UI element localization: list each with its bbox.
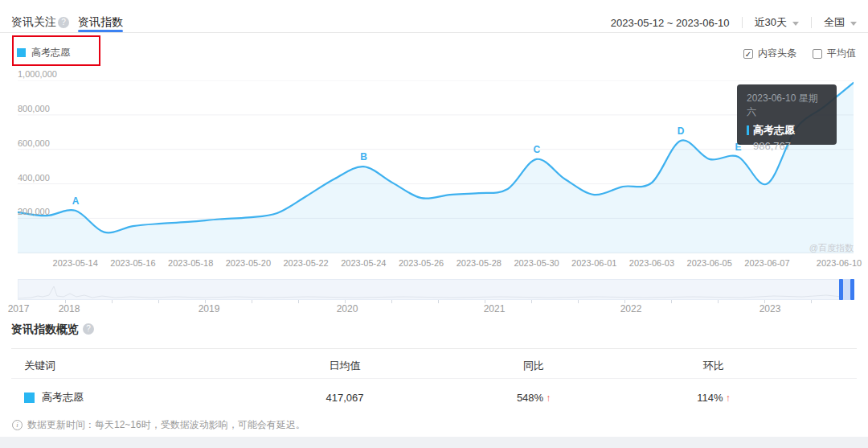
timeline-tick [438,300,439,303]
timeline-tick [158,300,159,303]
tooltip-series-bar [747,125,749,135]
area-fill [18,83,854,253]
point-label-B: B [360,151,367,162]
chart-options: ✓内容头条平均值 [743,47,856,60]
x-axis-label: 2023-05-16 [110,258,155,268]
column-header-yoy: 同比 [413,359,654,373]
info-icon: i [12,420,23,430]
avg-cell: 417,067 [276,392,413,404]
checkbox-label: 内容头条 [758,47,796,60]
x-axis-label: 2023-05-26 [399,258,444,268]
point-label-D: D [678,125,685,137]
filter-controls: 2023-05-12 ~ 2023-06-10 近30天 全国 [611,15,857,30]
timeline-tick [531,300,532,303]
overview-title: 资讯指数概览 [11,323,79,337]
unchecked-checkbox-icon[interactable] [813,49,822,59]
x-axis-label: 2023-05-22 [283,258,328,268]
keyword-cell: 高考志愿 [11,390,276,405]
timeline-year-label: 2023 [760,303,781,314]
point-label-C: C [534,144,541,155]
table-divider [11,378,857,379]
timeline-mini-chart [18,280,854,301]
timeline-year-label: 2022 [620,303,642,314]
tooltip: 2023-06-10 星期六 高考志愿 986,767 [737,84,837,145]
timeline-tick [391,300,392,303]
table-header-row: 关键词 日均值 同比 环比 [11,356,857,376]
caret-down-icon [850,22,857,26]
timeline-year-label: 2018 [59,303,80,314]
caret-down-icon [792,22,799,26]
x-axis-label: 2023-06-05 [687,258,732,268]
timeline-tick [811,300,812,303]
x-axis-label: 2023-06-07 [744,258,789,268]
mom-value: 114% [697,392,723,404]
up-arrow-icon: ↑ [726,393,731,404]
timeline-slider[interactable] [18,279,854,300]
baidu-index-page: 资讯关注 ? 资讯指数 2023-05-12 ~ 2023-06-10 近30天… [0,0,868,448]
y-axis-label: 800,000 [18,104,50,113]
y-axis-label: 200,000 [18,207,50,216]
tooltip-date: 2023-06-10 星期六 [747,92,827,119]
y-axis-label: 400,000 [18,173,50,183]
checkbox-平均值[interactable]: 平均值 [813,47,856,60]
annotation-red-box [12,35,100,66]
tab-news-index[interactable]: 资讯指数 [78,15,123,30]
keyword-label[interactable]: 高考志愿 [42,390,84,405]
x-axis-label: 2023-06-03 [629,258,674,268]
yoy-value: 548% [517,392,543,404]
checkbox-label: 平均值 [827,47,856,60]
checkbox-内容头条[interactable]: ✓内容头条 [743,47,796,60]
timeline-handle-right[interactable] [850,279,854,300]
mom-cell: 114%↑ [654,392,857,404]
checked-checkbox-icon[interactable]: ✓ [743,49,753,59]
help-icon[interactable]: ? [58,17,69,28]
timeline-tick [578,300,579,303]
table-row: 高考志愿 417,067 548%↑ 114%↑ [11,385,857,409]
timeline-tick [671,300,672,303]
separator [811,17,812,28]
chart-canvas[interactable] [18,80,854,253]
x-axis-label: 2023-05-20 [226,258,271,268]
header-divider [0,32,868,33]
x-axis-label: 2023-06-01 [571,258,616,268]
timeline-tick [112,300,113,303]
timeline-tick [718,300,719,303]
footnote-text: 数据更新时间：每天12~16时，受数据波动影响，可能会有延迟。 [27,418,305,432]
timeline-tick [298,300,299,303]
timeline-handle-left[interactable] [839,279,843,300]
y-axis-label: 1,000,000 [18,69,57,79]
x-axis-label: 2023-05-28 [457,258,502,268]
help-icon[interactable]: ? [83,323,94,335]
tooltip-value: 986,767 [747,140,827,152]
time-filter-dropdown[interactable]: 近30天 [755,15,799,30]
x-axis-label: 2023-05-18 [168,258,213,268]
region-filter-value: 全国 [824,15,845,30]
column-header-keyword: 关键词 [11,359,276,373]
tooltip-series-name: 高考志愿 [753,123,795,138]
y-axis-label: 600,000 [18,138,50,148]
column-header-avg: 日均值 [276,359,413,373]
date-range-label: 2023-05-12 ~ 2023-06-10 [611,17,730,29]
watermark: @百度指数 [809,242,854,254]
time-filter-value: 近30天 [755,15,787,30]
x-axis-label: 2023-06-10 [817,258,862,268]
x-axis-label: 2023-05-30 [514,258,559,268]
point-label-A: A [72,195,80,207]
timeline-year-label: 2019 [199,303,220,314]
footnote: i 数据更新时间：每天12~16时，受数据波动影响，可能会有延迟。 [12,418,305,432]
region-filter-dropdown[interactable]: 全国 [824,15,857,30]
x-axis-label: 2023-05-14 [53,258,98,268]
timeline-tick [252,300,252,303]
keyword-swatch [24,393,35,403]
timeline-year-label: 2020 [337,303,358,314]
column-header-mom: 环比 [654,359,857,373]
timeline-year-label: 2017 [8,303,30,314]
yoy-cell: 548%↑ [413,392,654,404]
timeline-year-label: 2021 [484,303,506,314]
table-divider [11,348,857,349]
bottom-strip [0,437,868,448]
up-arrow-icon: ↑ [546,393,551,404]
separator [742,17,743,28]
tab-news-follow[interactable]: 资讯关注 [11,15,56,30]
x-axis-label: 2023-05-24 [341,258,386,268]
